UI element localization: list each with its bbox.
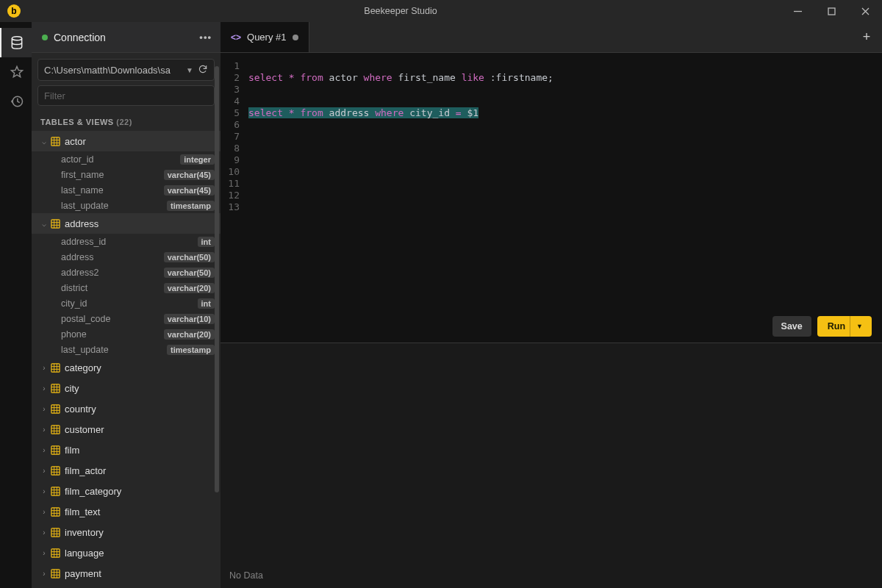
- svg-rect-13: [51, 528, 60, 536]
- column-row[interactable]: last_namevarchar(45): [32, 182, 220, 198]
- column-row[interactable]: addressvarchar(50): [32, 249, 220, 265]
- table-icon: [51, 219, 60, 229]
- table-icon: [51, 487, 60, 496]
- column-type-badge: int: [198, 298, 215, 309]
- column-type-badge: varchar(10): [164, 314, 215, 324]
- tab-query-1[interactable]: <> Query #1: [220, 22, 309, 52]
- column-name: city_id: [61, 298, 198, 309]
- editor-pane: <> Query #1 + 12345678910111213 select *…: [220, 22, 882, 588]
- window-title: Beekeeper Studio: [21, 6, 781, 16]
- column-row[interactable]: city_idint: [32, 295, 220, 311]
- window-maximize-button[interactable]: [814, 0, 848, 22]
- app-logo-icon: b: [7, 4, 21, 18]
- save-button[interactable]: Save: [772, 316, 811, 337]
- table-name: film_text: [65, 506, 100, 517]
- activity-history-icon[interactable]: [0, 87, 32, 116]
- table-row-customer[interactable]: ›customer: [32, 419, 220, 440]
- column-name: actor_id: [61, 154, 180, 165]
- code-editor[interactable]: 12345678910111213 select * from actor wh…: [220, 53, 882, 213]
- column-row[interactable]: last_updatetimestamp: [32, 342, 220, 357]
- table-name: film: [65, 445, 79, 456]
- code-icon: <>: [231, 32, 241, 43]
- table-name: film_category: [65, 486, 121, 497]
- table-tree[interactable]: ⌵actoractor_idintegerfirst_namevarchar(4…: [32, 131, 220, 588]
- window-minimize-button[interactable]: [781, 0, 814, 22]
- svg-rect-11: [51, 487, 60, 495]
- connection-more-button[interactable]: •••: [196, 32, 215, 43]
- column-name: address: [61, 252, 164, 262]
- new-tab-button[interactable]: +: [851, 22, 882, 52]
- column-row[interactable]: last_updatetimestamp: [32, 198, 220, 213]
- svg-rect-14: [51, 548, 60, 556]
- tables-section-header: TABLES & VIEWS (22): [32, 112, 220, 131]
- column-row[interactable]: districtvarchar(20): [32, 280, 220, 295]
- table-name: actor: [65, 136, 86, 147]
- chevron-right-icon: ›: [37, 487, 51, 495]
- table-row-payment[interactable]: ›payment: [32, 563, 220, 584]
- column-type-badge: varchar(50): [164, 268, 215, 278]
- svg-rect-0: [828, 8, 835, 15]
- table-row-actor[interactable]: ⌵actor: [32, 131, 220, 151]
- table-icon: [51, 507, 60, 517]
- column-type-badge: integer: [180, 154, 215, 165]
- chevron-right-icon: ›: [37, 570, 51, 578]
- table-name: payment: [65, 568, 101, 579]
- column-row[interactable]: address2varchar(50): [32, 265, 220, 280]
- column-type-badge: varchar(20): [164, 283, 215, 293]
- table-row-film_text[interactable]: ›film_text: [32, 501, 220, 522]
- sidebar-scrollbar-thumb[interactable]: [215, 66, 219, 492]
- chevron-right-icon: ›: [37, 426, 51, 434]
- run-dropdown-caret-icon[interactable]: ▼: [850, 316, 869, 337]
- chevron-right-icon: ›: [37, 446, 51, 454]
- table-row-city[interactable]: ›city: [32, 378, 220, 398]
- table-row-film_actor[interactable]: ›film_actor: [32, 460, 220, 481]
- table-row-film[interactable]: ›film: [32, 440, 220, 460]
- column-type-badge: int: [198, 237, 215, 247]
- column-row[interactable]: address_idint: [32, 234, 220, 249]
- table-name: city: [65, 383, 79, 394]
- table-row-country[interactable]: ›country: [32, 398, 220, 419]
- table-name: film_actor: [65, 465, 106, 476]
- table-icon: [51, 528, 60, 537]
- column-name: last_update: [61, 345, 167, 355]
- table-row-film_category[interactable]: ›film_category: [32, 481, 220, 501]
- column-name: address_id: [61, 237, 198, 247]
- table-icon: [51, 384, 60, 393]
- caret-down-icon: ▼: [186, 66, 193, 74]
- db-path-dropdown[interactable]: C:\Users\matth\Downloads\sa ▼: [37, 59, 215, 81]
- table-row-language[interactable]: ›language: [32, 542, 220, 563]
- activity-bar: [0, 22, 32, 588]
- table-name: country: [65, 404, 96, 415]
- refresh-icon[interactable]: [198, 64, 208, 76]
- column-row[interactable]: postal_codevarchar(10): [32, 311, 220, 326]
- svg-rect-10: [51, 466, 60, 474]
- titlebar: b Beekeeper Studio: [0, 0, 882, 22]
- window-close-button[interactable]: [848, 0, 882, 22]
- table-row-inventory[interactable]: ›inventory: [32, 522, 220, 542]
- column-row[interactable]: actor_idinteger: [32, 151, 220, 167]
- activity-database-icon[interactable]: [0, 28, 32, 57]
- table-name: address: [65, 218, 98, 229]
- column-row[interactable]: phonevarchar(20): [32, 326, 220, 342]
- column-type-badge: varchar(45): [164, 170, 215, 180]
- column-type-badge: varchar(20): [164, 329, 215, 340]
- chevron-down-icon: ⌵: [37, 137, 51, 146]
- table-name: customer: [65, 424, 104, 435]
- table-name: category: [65, 362, 101, 373]
- sidebar-filter-input[interactable]: [37, 85, 215, 106]
- svg-point-1: [12, 37, 21, 40]
- svg-rect-6: [51, 384, 60, 392]
- chevron-right-icon: ›: [37, 405, 51, 413]
- column-name: first_name: [61, 170, 164, 180]
- column-row[interactable]: first_namevarchar(45): [32, 167, 220, 182]
- table-row-address[interactable]: ⌵address: [32, 213, 220, 234]
- column-type-badge: timestamp: [167, 201, 215, 211]
- column-name: phone: [61, 329, 164, 340]
- table-icon: [51, 466, 60, 476]
- run-button[interactable]: Run ▼: [817, 316, 872, 337]
- svg-rect-9: [51, 445, 60, 453]
- table-row-category[interactable]: ›category: [32, 357, 220, 378]
- column-type-badge: timestamp: [167, 345, 215, 355]
- activity-favorites-icon[interactable]: [0, 57, 32, 87]
- column-name: address2: [61, 268, 164, 278]
